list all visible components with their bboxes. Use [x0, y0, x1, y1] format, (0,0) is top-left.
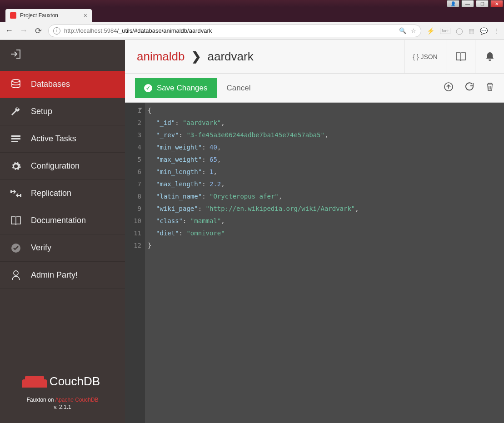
nav-back-icon[interactable]: ← [5, 26, 14, 35]
header-actions: { } JSON [404, 40, 504, 73]
svg-rect-5 [20, 194, 21, 197]
bookmark-star-icon[interactable]: ☆ [411, 27, 416, 34]
code-line: "_rev": "3-fe45a3e06244adbe7ba145e74e57a… [148, 129, 504, 141]
sidebar-item-label: Verify [31, 243, 51, 253]
login-icon[interactable] [10, 49, 22, 62]
ext-circle-icon[interactable]: ◯ [456, 27, 463, 35]
os-user-button[interactable]: 👤 [447, 0, 459, 7]
sidebar-item-replication[interactable]: Replication [0, 180, 125, 207]
sidebar-item-setup[interactable]: Setup [0, 98, 125, 125]
nav-reload-icon[interactable]: ⟳ [34, 26, 43, 36]
editor-gutter: 123456789101112 [125, 103, 145, 423]
save-label: Save Changes [157, 84, 208, 93]
tab-title: Project Fauxton [20, 12, 58, 19]
line-number: 1 [125, 105, 141, 117]
url-path: /_utils/#database/animaldb/aardvark [117, 27, 212, 34]
footer-line: Fauxton on Apache CouchDB [8, 397, 117, 403]
footer-prefix: Fauxton on [26, 397, 55, 403]
line-number: 2 [125, 117, 141, 129]
save-button[interactable]: ✓ Save Changes [135, 78, 217, 98]
browser-toolbar: ← → ⟳ i http:// localhost :5984 /_utils/… [0, 22, 504, 40]
breadcrumb-document: aardvark [208, 50, 254, 64]
editor-toolbar: ✓ Save Changes Cancel [125, 74, 504, 103]
repl-icon [10, 189, 22, 198]
line-number: 11 [125, 227, 141, 239]
line-number: 12 [125, 239, 141, 252]
svg-rect-2 [11, 138, 20, 139]
url-host: localhost [79, 27, 102, 34]
cancel-button[interactable]: Cancel [227, 84, 251, 93]
upload-attachment-button[interactable] [444, 82, 453, 94]
line-number: 5 [125, 154, 141, 166]
svg-point-0 [12, 80, 20, 82]
sidebar-item-verify[interactable]: Verify [0, 234, 125, 262]
check-icon [10, 243, 22, 253]
sidebar-item-label: Databases [31, 80, 70, 89]
sidebar-item-admin-party-[interactable]: Admin Party! [0, 262, 125, 289]
svg-rect-4 [10, 190, 12, 193]
sidebar-item-configuration[interactable]: Configuration [0, 153, 125, 180]
code-line: "diet": "omnivore" [148, 227, 504, 239]
code-line: { [148, 105, 504, 117]
api-doc-button[interactable] [446, 40, 475, 73]
breadcrumb-chevron-icon: ❯ [191, 50, 201, 64]
sidebar-item-documentation[interactable]: Documentation [0, 207, 125, 234]
browser-tab-strip: Project Fauxton × [0, 7, 504, 22]
code-line: "_id": "aardvark", [148, 117, 504, 129]
ext-chat-icon[interactable]: 💬 [480, 27, 488, 35]
sidebar-footer: CouchDB Fauxton on Apache CouchDB v. 2.1… [0, 363, 125, 423]
code-line: "min_length": 1, [148, 166, 504, 178]
url-port: :5984 [102, 27, 117, 34]
check-icon: ✓ [144, 84, 152, 92]
breadcrumb-database[interactable]: animaldb [137, 50, 185, 64]
ext-font-icon[interactable]: font [440, 28, 450, 34]
db-icon [10, 79, 22, 90]
code-line: "max_weight": 65, [148, 154, 504, 166]
url-scheme: http:// [64, 27, 79, 34]
os-titlebar: 👤 — ☐ ✕ [0, 0, 504, 7]
delete-document-button[interactable] [486, 82, 494, 94]
sidebar-item-label: Replication [31, 189, 71, 198]
svg-rect-1 [11, 135, 20, 137]
header: animaldb ❯ aardvark { } JSON [125, 40, 504, 74]
json-label: { } JSON [413, 53, 437, 60]
ext-bolt-icon[interactable]: ⚡ [427, 27, 434, 35]
clone-document-button[interactable] [465, 82, 474, 94]
tab-close-icon[interactable]: × [84, 12, 87, 19]
line-number: 3 [125, 129, 141, 141]
line-number: 9 [125, 203, 141, 215]
footer-link[interactable]: Apache CouchDB [55, 397, 98, 403]
line-number: 8 [125, 190, 141, 203]
sidebar-item-label: Admin Party! [31, 270, 78, 280]
sidebar-item-label: Setup [31, 107, 52, 116]
os-minimize-button[interactable]: — [461, 0, 474, 7]
sidebar-item-active-tasks[interactable]: Active Tasks [0, 125, 125, 153]
ext-grid-icon[interactable]: ▦ [469, 27, 474, 35]
browser-tab[interactable]: Project Fauxton × [5, 9, 92, 22]
couchdb-logo[interactable]: CouchDB [8, 374, 117, 388]
address-bar[interactable]: i http:// localhost :5984 /_utils/#datab… [48, 25, 421, 37]
os-maximize-button[interactable]: ☐ [476, 0, 489, 7]
sidebar-item-label: Configuration [31, 161, 80, 171]
code-editor[interactable]: 123456789101112 {"_id": "aardvark","_rev… [125, 103, 504, 423]
sidebar-item-databases[interactable]: Databases [0, 71, 125, 98]
browser-menu-icon[interactable]: ⋮ [493, 27, 499, 35]
os-close-button[interactable]: ✕ [490, 0, 503, 7]
code-line: "latin_name": "Orycteropus afer", [148, 190, 504, 203]
zoom-icon[interactable]: 🔍 [399, 27, 406, 34]
main-panel: animaldb ❯ aardvark { } JSON ✓ Save Chan… [125, 40, 504, 423]
sidebar-item-label: Active Tasks [31, 134, 76, 144]
footer-version: v. 2.1.1 [8, 404, 117, 410]
code-line: "max_length": 2.2, [148, 178, 504, 190]
editor-content[interactable]: {"_id": "aardvark","_rev": "3-fe45a3e062… [145, 103, 504, 423]
fold-icon[interactable] [139, 108, 142, 110]
code-line: "class": "mammal", [148, 215, 504, 227]
nav-forward-icon[interactable]: → [19, 26, 28, 35]
site-info-icon[interactable]: i [53, 27, 60, 35]
notifications-button[interactable] [475, 40, 504, 73]
favicon-icon [10, 12, 16, 19]
book-icon [10, 216, 22, 226]
svg-rect-3 [11, 141, 18, 142]
json-toggle-button[interactable]: { } JSON [404, 40, 446, 73]
code-line: "wiki_page": "http://en.wikipedia.org/wi… [148, 203, 504, 215]
